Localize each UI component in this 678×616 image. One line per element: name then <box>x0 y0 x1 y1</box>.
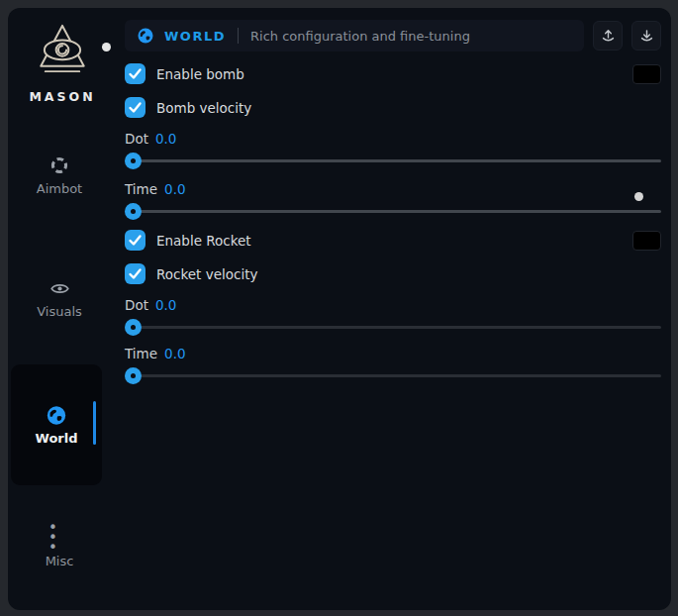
time-slider-2[interactable] <box>125 367 661 384</box>
dot-slider[interactable] <box>125 153 661 169</box>
sidebar-item-label: World <box>36 431 78 446</box>
page-subtitle: Rich configuration and fine-tuning <box>250 29 470 44</box>
check-icon <box>125 97 145 118</box>
sidebar-item-world[interactable]: World <box>11 364 102 485</box>
brand-text: MASON <box>29 89 95 104</box>
slider-name: Dot <box>125 131 148 147</box>
sidebar-item-aimbot[interactable]: Aimbot <box>10 154 109 196</box>
slider-track[interactable] <box>131 159 661 162</box>
slider-name: Dot <box>125 297 148 313</box>
cursor-dot <box>634 192 643 201</box>
check-icon <box>125 230 145 251</box>
slider-value: 0.0 <box>164 346 185 361</box>
slider-handle[interactable] <box>125 319 142 336</box>
sidebar: MASON Aimbot Visuals <box>8 8 117 610</box>
divider <box>238 28 239 44</box>
slider-label-dot: Dot 0.0 <box>125 297 661 312</box>
sidebar-item-label: Aimbot <box>37 181 82 196</box>
row-rocket-velocity: Rocket velocity <box>125 263 661 284</box>
bomb-color-swatch[interactable] <box>632 64 661 84</box>
enable-rocket-checkbox[interactable] <box>125 230 145 251</box>
slider-handle[interactable] <box>125 153 142 169</box>
checkbox-label: Enable bomb <box>156 66 244 82</box>
sidebar-item-label: Misc <box>46 554 74 568</box>
slider-label-dot: Dot 0.0 <box>125 131 661 146</box>
row-bomb-velocity: Bomb velocity <box>125 97 661 118</box>
row-enable-rocket: Enable Rocket <box>125 230 661 251</box>
row-enable-bomb: Enable bomb <box>125 63 661 84</box>
content-panel: WORLD Rich configuration and fine-tuning… <box>117 8 671 610</box>
cursor-dot <box>102 43 111 51</box>
active-indicator <box>93 401 96 445</box>
slider-value: 0.0 <box>155 131 176 147</box>
ellipsis-icon: • • • <box>48 527 70 549</box>
title-bar: WORLD Rich configuration and fine-tuning <box>125 20 584 51</box>
mason-eye-logo-icon <box>34 22 91 85</box>
rocket-velocity-checkbox[interactable] <box>125 263 145 284</box>
sidebar-item-label: Visuals <box>37 304 82 319</box>
slider-name: Time <box>125 346 157 361</box>
slider-label-time: Time 0.0 <box>125 181 661 196</box>
sidebar-item-misc[interactable]: • • • Misc <box>10 527 109 568</box>
eye-icon <box>48 277 70 299</box>
rocket-color-swatch[interactable] <box>632 231 661 251</box>
download-icon <box>638 28 655 45</box>
checkbox-label: Enable Rocket <box>156 233 251 249</box>
download-config-button[interactable] <box>631 21 661 51</box>
slider-handle[interactable] <box>125 203 142 220</box>
enable-bomb-checkbox[interactable] <box>125 63 145 84</box>
time-slider[interactable] <box>125 203 661 220</box>
slider-track[interactable] <box>131 326 661 329</box>
app-window: MASON Aimbot Visuals <box>8 8 671 610</box>
dot-slider-2[interactable] <box>125 319 661 336</box>
checkbox-label: Rocket velocity <box>156 266 257 282</box>
slider-track[interactable] <box>131 374 661 377</box>
upload-config-button[interactable] <box>593 21 623 51</box>
logo: MASON <box>8 22 117 104</box>
crosshair-icon <box>48 154 70 176</box>
check-icon <box>125 263 145 284</box>
slider-value: 0.0 <box>164 181 185 197</box>
check-icon <box>125 63 145 84</box>
slider-track[interactable] <box>131 210 661 213</box>
slider-label-time: Time 0.0 <box>125 346 661 360</box>
page-header: WORLD Rich configuration and fine-tuning <box>125 20 661 51</box>
slider-name: Time <box>125 181 157 197</box>
globe-icon <box>137 27 154 45</box>
globe-icon <box>46 404 67 426</box>
upload-icon <box>600 28 617 45</box>
sidebar-item-visuals[interactable]: Visuals <box>10 277 109 319</box>
slider-handle[interactable] <box>125 367 142 384</box>
page-title: WORLD <box>164 29 226 44</box>
bomb-velocity-checkbox[interactable] <box>125 97 145 118</box>
checkbox-label: Bomb velocity <box>156 100 251 116</box>
slider-value: 0.0 <box>155 297 176 313</box>
